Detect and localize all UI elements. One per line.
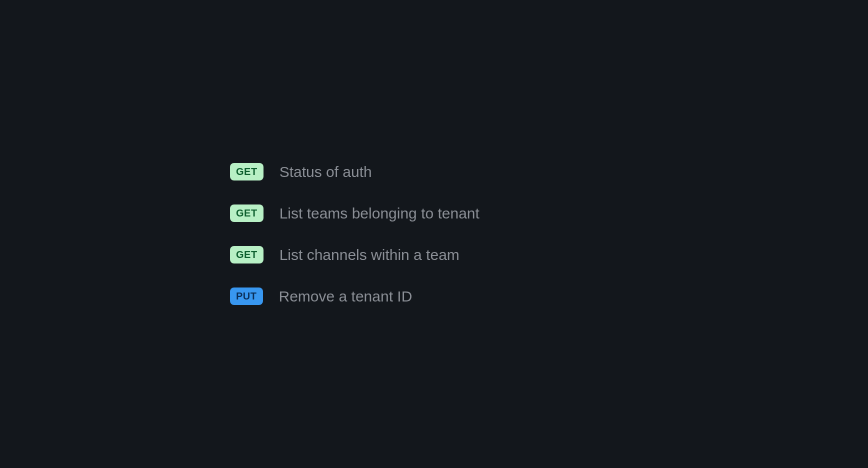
endpoint-label: Remove a tenant ID [279, 288, 412, 305]
endpoint-row-list-channels[interactable]: GET List channels within a team [230, 246, 480, 264]
endpoint-row-list-teams[interactable]: GET List teams belonging to tenant [230, 204, 480, 222]
endpoint-list: GET Status of auth GET List teams belong… [230, 163, 480, 305]
http-method-badge: PUT [230, 288, 263, 305]
endpoint-label: List channels within a team [280, 246, 460, 264]
http-method-badge: GET [230, 204, 264, 222]
endpoint-label: List teams belonging to tenant [280, 205, 480, 222]
endpoint-row-status-of-auth[interactable]: GET Status of auth [230, 163, 480, 180]
http-method-badge: GET [230, 163, 264, 180]
endpoint-label: Status of auth [280, 164, 372, 180]
endpoint-row-remove-tenant[interactable]: PUT Remove a tenant ID [230, 288, 480, 305]
http-method-badge: GET [230, 246, 264, 264]
